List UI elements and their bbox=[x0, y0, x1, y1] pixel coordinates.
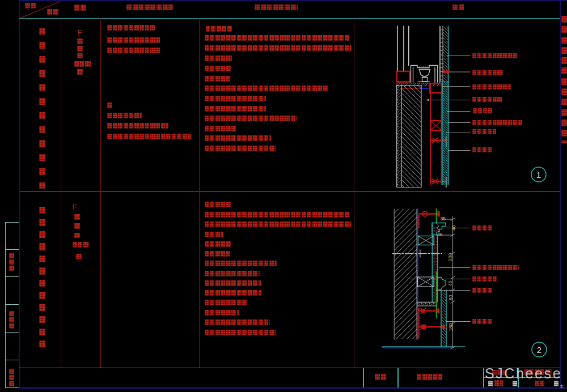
svg-text:1: 1 bbox=[536, 170, 541, 180]
svg-text:180: 180 bbox=[448, 323, 454, 331]
svg-text:40: 40 bbox=[451, 225, 456, 231]
svg-text:40: 40 bbox=[447, 280, 453, 286]
svg-text:35: 35 bbox=[437, 232, 443, 237]
svg-text:35: 35 bbox=[441, 216, 446, 221]
svg-text:2: 2 bbox=[537, 345, 541, 355]
svg-text:280: 280 bbox=[447, 253, 453, 261]
svg-text:80: 80 bbox=[448, 295, 454, 300]
